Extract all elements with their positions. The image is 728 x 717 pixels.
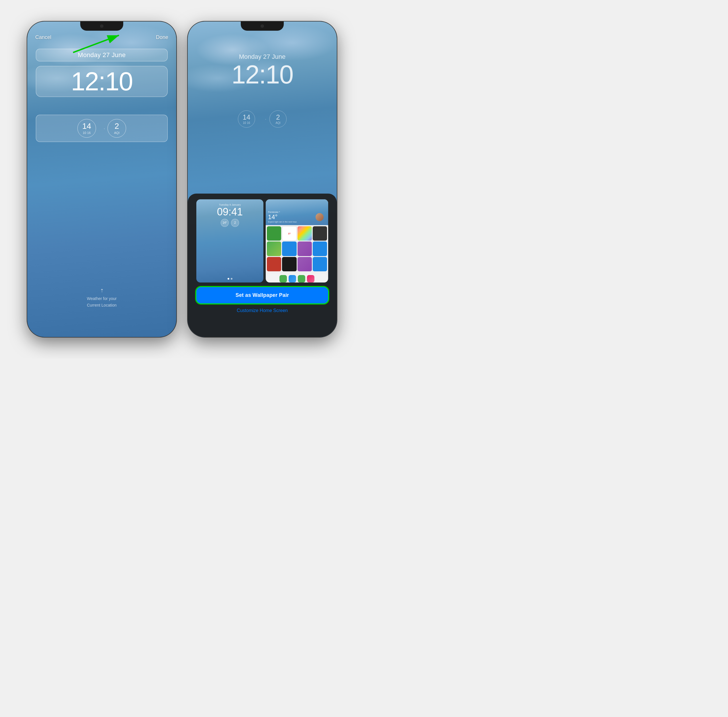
home-header: Pembroke * 14° Expect light rain in the … [266,199,328,225]
facetime-icon [267,226,281,241]
dock-music [307,275,314,282]
mail-icon [282,241,296,256]
temp-value: 14 [82,122,91,130]
svg-line-1 [73,35,119,52]
lockscreen-preview: Tuesday 9 January 09:41 14° 2 [196,199,263,282]
weather-widget[interactable]: 14 10 16 · 2 AQI [36,115,168,142]
appstore2-icon [313,257,327,271]
date-display-right: Monday 27 June [188,53,337,61]
separator-dot-right: · [265,117,266,121]
calendar-icon: 27 [282,226,296,241]
dock-phone [279,275,287,282]
dock-safari [289,275,296,282]
camera-dot [100,24,104,28]
aqi-value-right: 2 [276,114,280,121]
wallpaper-preview: Tuesday 9 January 09:41 14° 2 [193,199,331,282]
aqi-widget-right: · 2 AQI [270,110,286,128]
location-name: Pembroke * [268,211,326,214]
temp-range-right: 10 16 [243,121,250,125]
temp-value-right: 14 [243,114,250,121]
location-label: Weather for yourCurrent Location [87,296,117,307]
avatar-icon [315,213,324,221]
photos-icon [297,226,312,241]
dot-2 [231,278,233,280]
home-desc: Expect light rain in the next hour. [268,221,326,223]
preview-aqi-badge: 2 [231,219,239,227]
dock [267,274,327,282]
homescreen-preview: Pembroke * 14° Expect light rain in the … [266,199,328,282]
location-text: ⇡ Weather for yourCurrent Location [27,287,176,308]
time-display-right: 12:10 [188,62,337,87]
preview-time: 09:41 [199,206,261,218]
customize-home-screen-button[interactable]: Customize Home Screen [237,308,288,313]
preview-temp-badge: 14° [221,219,229,227]
app-grid: 27 [266,225,328,273]
store-icon [267,257,281,271]
temp-widget-right: 14 10 16 [238,110,255,128]
appstore-icon [313,241,327,256]
wallpaper-pair-popup: Tuesday 9 January 09:41 14° 2 [188,194,337,337]
separator-dot: · [104,126,105,131]
dots-indicator [199,278,261,280]
temp-range: 10 16 [83,131,91,134]
time-widget[interactable]: 12:10 [36,66,168,97]
camera-dot-right [260,24,264,28]
location-icon: ⇡ [27,287,176,294]
set-wallpaper-pair-button[interactable]: Set as Wallpaper Pair [196,287,328,304]
done-button[interactable]: Done [156,34,168,40]
aqi-widget: · 2 AQI [108,119,126,138]
podcast-icon [297,241,312,256]
podcasts-icon [297,257,312,271]
weather-right: 14 10 16 · 2 AQI [205,110,320,128]
tv-icon [282,257,296,271]
dock-messages [298,275,305,282]
time-display: 12:10 [71,67,133,96]
right-phone: Monday 27 June 12:10 14 10 16 · 2 AQI [188,21,337,337]
preview-weather: 14° 2 [199,219,261,227]
aqi-label: AQI [114,131,120,134]
left-phone: Cancel Done Monday 27 June 12:10 14 [27,21,176,337]
arrow-annotation [70,32,128,55]
temp-widget: 14 10 16 [78,119,96,138]
notch [80,21,123,31]
dot-1 [228,278,229,280]
cancel-button[interactable]: Cancel [35,34,51,40]
aqi-label-right: AQI [276,121,280,125]
aqi-value: 2 [115,122,119,130]
notch-right [241,21,284,31]
camera-icon [313,226,327,241]
maps-icon [267,241,281,256]
clouds-overlay-right [188,21,337,163]
